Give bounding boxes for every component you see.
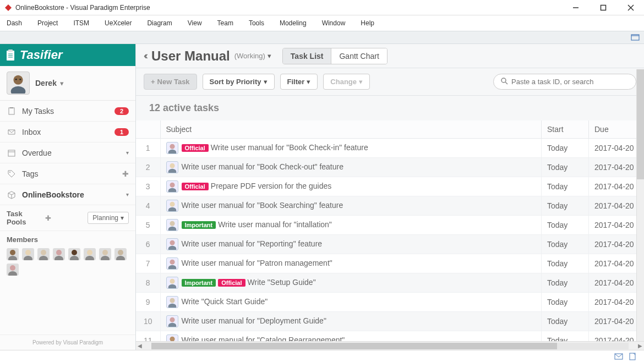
minimize-button[interactable]	[567, 2, 585, 13]
menu-item-project[interactable]: Project	[37, 19, 58, 27]
table-row[interactable]: 5ImportantWrite user manual for "intalla…	[136, 216, 644, 235]
tab-gantt-chart[interactable]: Gantt Chart	[331, 48, 386, 64]
panel-toggle-icon[interactable]	[631, 33, 640, 42]
inbox-icon	[7, 127, 17, 137]
row-subject-cell[interactable]: Write user manual for "Book Check-out" f…	[160, 158, 542, 177]
task-subject: Write "Setup Guide"	[248, 278, 316, 287]
row-number: 9	[136, 293, 160, 312]
filter-dropdown[interactable]: Filter ▾	[280, 74, 318, 90]
table-row[interactable]: 7Write user manual for "Patron managemen…	[136, 254, 644, 273]
row-subject-cell[interactable]: ImportantWrite user manual for "intallat…	[160, 216, 542, 235]
horizontal-scrollbar[interactable]: ◀ ▶	[136, 341, 644, 350]
change-dropdown[interactable]: Change ▾	[323, 74, 370, 90]
menu-item-window[interactable]: Window	[322, 19, 346, 27]
table-row[interactable]: 2Write user manual for "Book Check-out" …	[136, 158, 644, 177]
menu-item-uexceler[interactable]: UeXceler	[105, 19, 132, 27]
table-row[interactable]: 11Write user manual for "Catalog Rearran…	[136, 331, 644, 342]
row-subject-cell[interactable]: Write user manual for "Patron management…	[160, 254, 542, 273]
task-subject: Write user manual for "intallation"	[218, 220, 332, 229]
row-number: 2	[136, 158, 160, 177]
vertical-scrollbar[interactable]	[636, 69, 644, 341]
sidebar-item-overdue[interactable]: Overdue ▾	[0, 142, 135, 163]
sort-dropdown[interactable]: Sort by Priority ▾	[203, 74, 275, 90]
member-avatar[interactable]	[53, 248, 65, 260]
search-input[interactable]	[511, 78, 629, 86]
row-subject-cell[interactable]: Write user manual for "Reporting" featur…	[160, 235, 542, 254]
plus-icon[interactable]: ✚	[45, 214, 51, 222]
member-avatar[interactable]	[37, 248, 50, 260]
box-icon	[7, 190, 17, 200]
row-subject-cell[interactable]: Write user manual for "Deployment Guide"	[160, 312, 542, 331]
row-subject-cell[interactable]: OfficialPrepare PDF version for the guid…	[160, 177, 542, 196]
menu-item-help[interactable]: Help	[361, 19, 374, 27]
table-row[interactable]: 9Write "Quick Start Guide"Today2017-04-2…	[136, 293, 644, 312]
member-avatar[interactable]	[7, 248, 19, 260]
svg-point-61	[170, 337, 174, 341]
search-box[interactable]	[493, 74, 636, 90]
sidebar-item-label: My Tasks	[22, 107, 114, 116]
svg-point-52	[168, 246, 176, 250]
scroll-track[interactable]	[151, 343, 629, 349]
row-subject-cell[interactable]: ImportantOfficialWrite "Setup Guide"	[160, 273, 542, 293]
table-row[interactable]: 6Write user manual for "Reporting" featu…	[136, 235, 644, 254]
note-icon[interactable]	[629, 352, 637, 361]
vscroll-thumb[interactable]	[637, 69, 644, 179]
tab-task-list[interactable]: Task List	[283, 48, 331, 64]
scroll-thumb[interactable]	[151, 343, 557, 349]
task-pools-label: Task Pools	[7, 210, 43, 226]
titlebar: OnlineBookstore - Visual Paradigm Enterp…	[0, 0, 644, 15]
user-selector[interactable]: Derek ▾	[0, 66, 135, 101]
row-subject-cell[interactable]: Write user manual for "Book Searching" f…	[160, 196, 542, 216]
menu-item-view[interactable]: View	[188, 19, 202, 27]
filter-label: Filter	[287, 78, 305, 86]
member-avatar[interactable]	[114, 248, 127, 260]
table-row[interactable]: 1OfficialWrite user manual for "Book Che…	[136, 139, 644, 158]
table-row[interactable]: 8ImportantOfficialWrite "Setup Guide"Tod…	[136, 273, 644, 293]
member-avatar[interactable]	[7, 264, 19, 276]
assignee-avatar	[166, 257, 178, 270]
close-button[interactable]	[622, 2, 640, 13]
row-subject-cell[interactable]: OfficialWrite user manual for "Book Chec…	[160, 139, 542, 158]
planning-dropdown[interactable]: Planning ▾	[88, 212, 129, 224]
scroll-right-icon[interactable]: ▶	[636, 343, 644, 349]
sidebar-item-inbox[interactable]: Inbox 1	[0, 122, 135, 142]
member-avatar[interactable]	[99, 248, 111, 260]
menu-item-diagram[interactable]: Diagram	[147, 19, 172, 27]
svg-rect-17	[10, 107, 13, 108]
svg-point-57	[170, 298, 174, 303]
member-avatar[interactable]	[68, 248, 80, 260]
menu-item-itsm[interactable]: ITSM	[73, 19, 89, 27]
task-subject: Write user manual for "Patron management…	[182, 259, 332, 267]
menu-item-team[interactable]: Team	[217, 19, 233, 27]
col-start[interactable]: Start	[542, 120, 589, 139]
sidebar-item-tags[interactable]: Tags ✚	[0, 163, 135, 184]
menu-item-dash[interactable]: Dash	[7, 19, 22, 27]
maximize-button[interactable]	[594, 2, 612, 13]
caret-down-icon[interactable]: ▾	[268, 52, 271, 60]
scroll-left-icon[interactable]: ◀	[136, 343, 144, 349]
row-subject-cell[interactable]: Write "Quick Start Guide"	[160, 293, 542, 312]
task-pools-row: Task Pools ✚ Planning ▾	[0, 205, 135, 231]
table-row[interactable]: 4Write user manual for "Book Searching" …	[136, 196, 644, 216]
col-due[interactable]: Due	[589, 120, 644, 139]
sidebar-item-mytasks[interactable]: My Tasks 2	[0, 101, 135, 122]
plus-icon[interactable]: ✚	[122, 169, 129, 178]
svg-rect-16	[9, 108, 14, 114]
sidebar-item-project[interactable]: OnlineBookstore ▾	[0, 184, 135, 205]
menu-item-modeling[interactable]: Modeling	[280, 19, 307, 27]
row-subject-cell[interactable]: Write user manual for "Catalog Rearrange…	[160, 331, 542, 342]
table-row[interactable]: 3OfficialPrepare PDF version for the gui…	[136, 177, 644, 196]
member-avatar[interactable]	[22, 248, 34, 260]
col-number[interactable]	[136, 120, 160, 139]
members-grid	[0, 246, 135, 281]
menu-item-tools[interactable]: Tools	[249, 19, 264, 27]
mail-icon[interactable]	[614, 352, 623, 361]
member-avatar[interactable]	[84, 248, 96, 260]
sort-label: Sort by Priority	[210, 78, 261, 86]
assignee-avatar	[166, 238, 178, 250]
col-subject[interactable]: Subject	[160, 120, 542, 139]
table-row[interactable]: 10Write user manual for "Deployment Guid…	[136, 312, 644, 331]
new-task-button[interactable]: + New Task	[144, 74, 197, 90]
back-button[interactable]: ‹‹	[144, 50, 146, 62]
task-subject: Write user manual for "Book Check-out" f…	[182, 162, 343, 171]
